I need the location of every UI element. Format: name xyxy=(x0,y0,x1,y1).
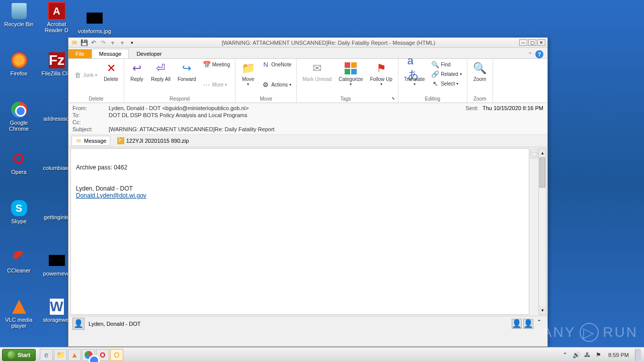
message-tab[interactable]: Message xyxy=(92,49,129,58)
zip-icon xyxy=(117,137,124,144)
taskbar-ie[interactable]: e xyxy=(40,349,53,361)
subject-label: Subject: xyxy=(72,126,109,132)
find-icon: 🔍 xyxy=(431,60,439,68)
onenote-icon: N xyxy=(262,60,270,68)
svg-rect-7 xyxy=(119,140,120,141)
related-button[interactable]: 🔗Related▾ xyxy=(429,69,463,78)
redo-icon[interactable]: ↷ xyxy=(99,39,107,47)
envelope-icon: ✉ xyxy=(75,137,82,144)
sent-value: Thu 10/15/2020 8:16 PM xyxy=(482,105,543,111)
desktop: Recycle Bin AAcrobat Reader D voteforms.… xyxy=(0,0,68,347)
reply-all-icon: ⏎ xyxy=(153,61,168,75)
expand-icon[interactable]: ⬚ xyxy=(530,149,538,158)
scroll-down-icon[interactable]: ▾ xyxy=(539,306,546,314)
from-label: From: xyxy=(72,105,109,111)
categorize-button[interactable]: Categorize▾ xyxy=(336,60,365,88)
desktop-icon-vlc[interactable]: VLC media player xyxy=(3,298,35,329)
avatar-small-2[interactable]: 👤 xyxy=(523,319,533,329)
tray-flag-icon[interactable]: ⚑ xyxy=(594,351,602,359)
undo-icon[interactable]: ↶ xyxy=(90,39,98,47)
more-icon: ⋯ xyxy=(203,80,211,88)
desktop-icon-chrome[interactable]: Google Chrome xyxy=(3,101,35,132)
translate-button[interactable]: aあTranslate▾ xyxy=(401,60,427,88)
avatar-small-1[interactable]: 👤 xyxy=(512,319,522,329)
people-pane-name: Lyden, Donald - DOT xyxy=(89,321,141,327)
desktop-icon-firefox[interactable]: Firefox xyxy=(3,51,35,76)
select-button[interactable]: ↖Select▾ xyxy=(429,79,463,88)
message-view-tab[interactable]: ✉Message xyxy=(71,136,110,146)
svg-rect-6 xyxy=(120,139,121,140)
save-icon[interactable]: 💾 xyxy=(80,39,88,47)
taskbar-outlook[interactable]: O xyxy=(110,349,123,361)
desktop-icon-opera[interactable]: OOpera xyxy=(3,150,35,175)
meeting-button[interactable]: 📅Meeting xyxy=(201,60,232,69)
svg-rect-2 xyxy=(345,69,350,74)
from-value: Lyden, Donald - DOT <bguido@ministeriopu… xyxy=(109,105,465,111)
meeting-icon: 📅 xyxy=(203,60,211,68)
move-icon: 📁 xyxy=(241,61,255,75)
respond-group-label: Respond xyxy=(127,95,232,103)
system-tray: ⌃ 🔊 🖧 ⚑ 8:59 PM xyxy=(561,349,644,361)
start-orb-icon xyxy=(8,351,16,359)
vertical-scrollbar[interactable]: ▴ ▾ xyxy=(538,148,546,315)
delete-icon: ✕ xyxy=(104,61,118,75)
attachment-item[interactable]: 122YJI 20201015 890.zip xyxy=(114,136,192,145)
more-button[interactable]: ⋯More▾ xyxy=(201,80,232,89)
mark-unread-button[interactable]: ✉Mark Unread xyxy=(300,60,334,83)
move-group-label: Move xyxy=(238,95,293,103)
qat-dropdown-icon[interactable]: ▾ xyxy=(128,39,136,47)
delete-button[interactable]: ✕Delete xyxy=(101,60,121,83)
body-signature-name: Lyden, Donald - DOT xyxy=(76,185,524,192)
quick-access-toolbar: ✉ 💾 ↶ ↷ ▾ ▾ ▾ xyxy=(68,39,138,47)
forward-button[interactable]: ↪Forward xyxy=(175,60,199,83)
desktop-icon-recycle-bin[interactable]: Recycle Bin xyxy=(3,2,35,27)
body-email-link[interactable]: Donald.Lyden@dot.wi.gov xyxy=(76,192,146,199)
start-button[interactable]: Start xyxy=(2,349,36,361)
onenote-button[interactable]: NOneNote xyxy=(260,60,293,69)
tags-group-label: Tags ⬊ xyxy=(300,95,395,103)
desktop-icon-ccleaner[interactable]: CCleaner xyxy=(3,248,35,274)
zoom-group-label: Zoom xyxy=(470,95,490,103)
file-tab[interactable]: File xyxy=(68,49,92,58)
collapse-ribbon-icon[interactable]: ⌃ xyxy=(528,51,532,58)
related-icon: 🔗 xyxy=(431,70,439,78)
tray-chevron-icon[interactable]: ⌃ xyxy=(561,351,569,359)
prev-icon[interactable]: ▾ xyxy=(109,39,117,47)
tray-volume-icon[interactable]: 🔊 xyxy=(572,351,580,359)
taskbar-chrome[interactable] xyxy=(82,349,95,361)
desktop-icon-voteforms[interactable]: voteforms.jpg xyxy=(78,9,111,34)
to-value: DOT DL DSP BOTS Policy Analysis and Loca… xyxy=(109,112,543,118)
find-button[interactable]: 🔍Find xyxy=(429,60,463,69)
tray-network-icon[interactable]: 🖧 xyxy=(583,351,591,359)
maximize-button[interactable]: ▢ xyxy=(528,39,536,46)
move-button[interactable]: 📁Move▾ xyxy=(238,60,258,88)
reply-button[interactable]: ↩Reply xyxy=(127,60,146,83)
taskbar-clock[interactable]: 8:59 PM xyxy=(605,352,632,358)
junk-button[interactable]: 🗑Junk▾ xyxy=(71,70,99,79)
scroll-up-icon[interactable]: ▴ xyxy=(539,149,546,157)
follow-up-button[interactable]: ⚑Follow Up▾ xyxy=(367,60,394,88)
reply-icon: ↩ xyxy=(130,61,144,75)
reply-all-button[interactable]: ⏎Reply All xyxy=(148,60,173,83)
follow-up-icon: ⚑ xyxy=(374,61,388,75)
svg-rect-3 xyxy=(351,69,357,74)
cc-value xyxy=(109,119,543,125)
svg-rect-0 xyxy=(345,62,350,68)
svg-rect-4 xyxy=(117,137,124,144)
taskbar-explorer[interactable]: 📁 xyxy=(54,349,67,361)
scroll-thumb[interactable] xyxy=(539,157,545,188)
desktop-icon-skype[interactable]: SSkype xyxy=(3,199,35,224)
desktop-icon-acrobat[interactable]: AAcrobat Reader D xyxy=(40,2,73,33)
close-button[interactable]: ✕ xyxy=(537,39,545,46)
next-icon[interactable]: ▾ xyxy=(118,39,126,47)
editing-group-label: Editing xyxy=(401,95,464,103)
zoom-button[interactable]: 🔍Zoom xyxy=(470,60,490,83)
show-desktop-button[interactable] xyxy=(635,349,641,361)
zoom-icon: 🔍 xyxy=(473,61,487,75)
play-icon: ▷ xyxy=(580,323,599,342)
minimize-button[interactable]: ─ xyxy=(519,39,527,46)
help-icon[interactable]: ? xyxy=(535,50,543,58)
developer-tab[interactable]: Developer xyxy=(129,49,169,58)
actions-button[interactable]: ⚙Actions▾ xyxy=(260,80,293,89)
taskbar-vlc[interactable]: ▲ xyxy=(68,349,81,361)
